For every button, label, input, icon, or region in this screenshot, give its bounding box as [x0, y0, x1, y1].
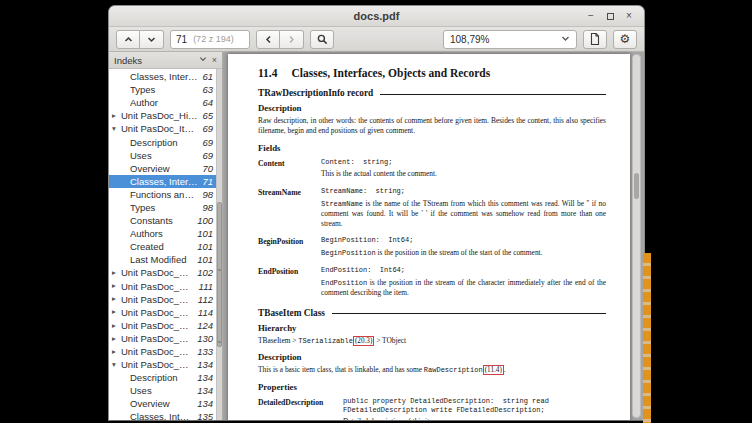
rule-line — [332, 313, 606, 314]
properties-heading: Properties — [258, 382, 606, 392]
index-item[interactable]: ▸Unit PasDoc_Obj...112 — [109, 293, 222, 306]
field-signature: StreamName: string; — [321, 187, 606, 196]
index-item[interactable]: Description134 — [109, 371, 222, 384]
index-item[interactable]: Constants100 — [109, 214, 222, 227]
index-item[interactable]: Classes, Interfa...135 — [109, 410, 222, 420]
field-row: StreamName StreamName: string; StreamNam… — [258, 187, 606, 231]
index-item[interactable]: Authors101 — [109, 227, 222, 240]
index-item[interactable]: Description69 — [109, 135, 222, 148]
index-item[interactable]: ▸Unit PasDoc_Opti...114 — [109, 306, 222, 319]
minimize-button[interactable]: − — [583, 9, 599, 24]
close-icon: × — [212, 55, 217, 65]
zoom-level-select[interactable]: 108,79% — [443, 30, 577, 49]
next-page-button[interactable] — [140, 30, 164, 49]
expander-icon[interactable]: ▸ — [112, 282, 121, 290]
maximize-button[interactable] — [602, 9, 618, 24]
toolbar: 71 (72 z 194) 108,79% — [109, 27, 644, 52]
index-item[interactable]: ▾Unit PasDoc_Sca...134 — [109, 358, 222, 371]
expander-icon[interactable]: ▾ — [112, 361, 121, 369]
page-number-input[interactable]: 71 (72 z 194) — [170, 30, 250, 49]
fields-heading: Fields — [258, 143, 606, 153]
expander-icon[interactable]: ▸ — [112, 308, 121, 316]
index-item[interactable]: ▸Unit PasDoc_Lan...102 — [109, 266, 222, 279]
field-row: BeginPosition BeginPosition: Int64; Begi… — [258, 236, 606, 261]
chevron-right-icon — [287, 35, 296, 44]
page-total-label: (72 z 194) — [193, 34, 234, 44]
index-item[interactable]: ▸Unit PasDoc_Main111 — [109, 280, 222, 293]
expander-icon[interactable]: ▸ — [112, 295, 121, 303]
index-list: Classes, Interfa...61 Types63 Author64 ▸… — [109, 69, 222, 420]
description-heading: Description — [258, 103, 606, 113]
index-item[interactable]: ▾Unit PasDoc_Items69 — [109, 122, 222, 135]
history-back-button[interactable] — [256, 30, 280, 49]
index-item[interactable]: Uses134 — [109, 384, 222, 397]
field-signature: Content: string; — [321, 158, 606, 167]
cross-reference-link[interactable]: (11.4) — [483, 365, 504, 375]
chevron-down-icon[interactable] — [199, 55, 207, 65]
expander-icon[interactable]: ▸ — [112, 335, 121, 343]
index-item[interactable]: Last Modified101 — [109, 253, 222, 266]
search-button[interactable] — [310, 30, 334, 49]
minimize-icon: − — [588, 11, 594, 21]
expander-icon[interactable]: ▾ — [112, 125, 121, 133]
document-icon — [590, 33, 600, 45]
previous-page-button[interactable] — [116, 30, 140, 49]
index-item[interactable]: Overview70 — [109, 162, 222, 175]
index-item[interactable]: ▸Unit PasDoc_Proc...130 — [109, 332, 222, 345]
page-nav-group — [116, 30, 164, 49]
sidebar-scrollbar[interactable] — [216, 69, 222, 420]
document-scrollbar-thumb[interactable] — [634, 173, 639, 199]
property-row: DetailedDescription public property Deta… — [258, 397, 606, 421]
cross-reference-link[interactable]: (20.3) — [353, 336, 374, 346]
window-body: Indeks × Classes, Interfa...61 Types63 A… — [109, 52, 644, 420]
index-item[interactable]: Uses69 — [109, 149, 222, 162]
document-scrollbar[interactable] — [632, 54, 641, 418]
field-signature: EndPosition: Int64; — [321, 266, 606, 275]
close-icon: × — [626, 11, 632, 21]
index-item[interactable]: Types98 — [109, 201, 222, 214]
document-properties-button[interactable] — [583, 30, 607, 49]
index-item[interactable]: ▸Unit PasDoc_Reg133 — [109, 345, 222, 358]
index-item[interactable]: Types63 — [109, 83, 222, 96]
hierarchy-heading: Hierarchy — [258, 323, 606, 333]
history-nav-group — [256, 30, 304, 49]
index-item[interactable]: ▸Unit PasDoc_Hier...65 — [109, 109, 222, 122]
zoom-level-value: 108,79% — [450, 34, 489, 45]
index-item-selected[interactable]: Classes, Interfa...71 — [109, 175, 222, 188]
chevron-down-icon — [561, 34, 570, 45]
index-item[interactable]: Author64 — [109, 96, 222, 109]
index-item[interactable]: Created101 — [109, 240, 222, 253]
sidebar-scrollbar-thumb[interactable] — [217, 202, 222, 347]
sidebar-mode-select[interactable]: Indeks — [114, 55, 194, 66]
field-description: BeginPosition is the position in the str… — [321, 248, 606, 258]
property-signature-line2: FDetailedDescription write FDetailedDesc… — [343, 406, 606, 415]
expander-icon[interactable]: ▸ — [112, 112, 121, 120]
index-item[interactable]: Functions and P...98 — [109, 188, 222, 201]
settings-button[interactable]: ⚙ — [613, 30, 637, 49]
gear-icon: ⚙ — [620, 33, 631, 45]
field-term: BeginPosition — [258, 236, 321, 261]
sidebar-close-button[interactable]: × — [212, 56, 217, 65]
index-item[interactable]: Overview134 — [109, 397, 222, 410]
titlebar[interactable]: docs.pdf − × — [109, 6, 644, 27]
history-forward-button[interactable] — [280, 30, 304, 49]
index-item[interactable]: ▸Unit PasDoc_Parser124 — [109, 319, 222, 332]
field-description: StreamName is the name of the TStream fr… — [321, 199, 606, 229]
field-row: Content Content: string; This is the act… — [258, 158, 606, 183]
index-item[interactable]: Classes, Interfa...61 — [109, 70, 222, 83]
window-controls: − × — [583, 9, 644, 24]
chevron-left-icon — [264, 35, 273, 44]
chevron-down-icon — [147, 35, 156, 44]
class-heading: TBaseItem Class — [258, 308, 606, 318]
close-button[interactable]: × — [621, 9, 637, 24]
expander-icon[interactable]: ▸ — [112, 348, 121, 356]
window-title: docs.pdf — [109, 10, 644, 22]
section-heading: 11.4Classes, Interfaces, Objects and Rec… — [258, 67, 606, 79]
field-term: EndPosition — [258, 266, 321, 300]
expander-icon[interactable]: ▸ — [112, 322, 121, 330]
field-term: StreamName — [258, 187, 321, 231]
maximize-icon — [607, 13, 614, 20]
sidebar-header: Indeks × — [109, 52, 222, 69]
expander-icon[interactable]: ▸ — [112, 269, 121, 277]
background-window-edge — [643, 253, 651, 423]
